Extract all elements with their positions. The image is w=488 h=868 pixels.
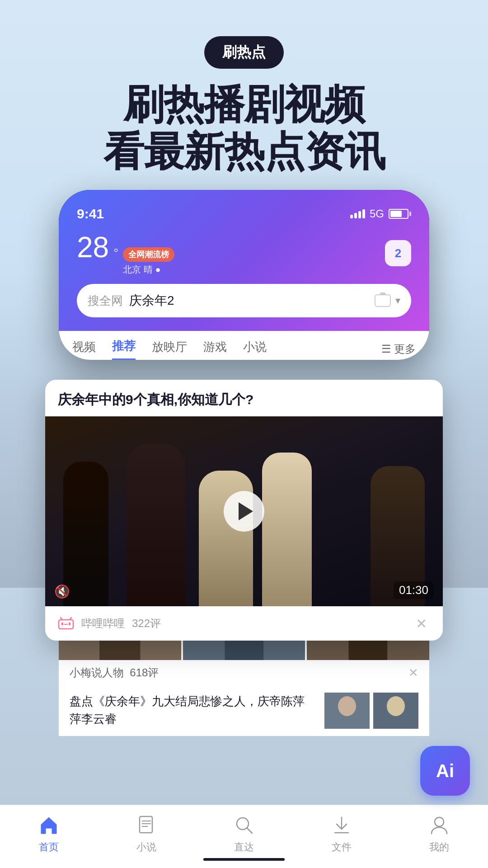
search-query: 庆余年2	[129, 292, 375, 309]
profile-icon	[427, 812, 452, 838]
download-icon	[329, 812, 354, 838]
close-source[interactable]: ✕	[408, 666, 418, 680]
nav-search-label: 直达	[234, 840, 254, 854]
city-weather: 北京 晴 ●	[123, 264, 174, 276]
article-thumb-1	[324, 693, 370, 729]
mute-control[interactable]: 🔇	[54, 584, 70, 599]
hero-line2: 看最新热点资讯	[0, 128, 488, 175]
nav-profile[interactable]: 我的	[390, 812, 488, 854]
tab-cinema[interactable]: 放映厅	[152, 339, 187, 359]
character-2	[127, 443, 185, 606]
network-type: 5G	[370, 208, 384, 220]
article-thumbnails	[324, 693, 418, 729]
nav-novel-label: 小说	[136, 840, 156, 854]
home-icon	[36, 812, 61, 838]
bilibili-logo	[58, 617, 74, 630]
source-name-label: 小梅说人物 618评	[70, 665, 159, 680]
weather-info: 全网潮流榜 北京 晴 ●	[123, 247, 174, 276]
character-1	[63, 462, 108, 606]
svg-point-14	[338, 696, 356, 716]
dropdown-icon[interactable]: ▾	[395, 295, 400, 307]
weather-left: 28 ° 全网潮流榜 北京 晴 ●	[77, 231, 174, 276]
status-time: 9:41	[77, 206, 104, 222]
temp-unit: °	[113, 246, 118, 260]
video-title: 庆余年中的9个真相,你知道几个?	[45, 380, 443, 416]
nav-profile-label: 我的	[429, 840, 449, 854]
tab-video[interactable]: 视频	[72, 339, 96, 359]
nav-download-label: 文件	[332, 840, 352, 854]
camera-icon[interactable]	[375, 294, 391, 307]
nav-download[interactable]: 文件	[293, 812, 390, 854]
status-right: 5G	[350, 208, 411, 220]
hero-line1: 刷热播剧视频	[0, 81, 488, 128]
home-indicator	[203, 858, 285, 861]
svg-rect-1	[61, 623, 63, 625]
notification-badge[interactable]: 2	[385, 240, 411, 266]
svg-rect-17	[140, 816, 152, 833]
tab-novel[interactable]: 小说	[243, 339, 267, 359]
search-icon	[231, 812, 257, 838]
play-button[interactable]	[224, 491, 264, 532]
hero-section: 刷热播剧视频 看最新热点资讯	[0, 81, 488, 175]
book-icon	[134, 812, 159, 838]
more-menu[interactable]: ☰ 更多	[381, 342, 416, 356]
nav-search[interactable]: 直达	[195, 812, 293, 854]
nav-tabs: 视频 推荐 放映厅 游戏 小说 ☰ 更多	[59, 331, 429, 360]
weather-row: 28 ° 全网潮流榜 北京 晴 ● 2	[77, 231, 411, 276]
video-card: 庆余年中的9个真相,你知道几个? 🔇 01:30	[45, 380, 443, 641]
nav-home[interactable]: 首页	[0, 812, 98, 854]
tab-game[interactable]: 游戏	[203, 339, 227, 359]
svg-line-22	[247, 828, 252, 833]
video-source: 哔哩哔哩 322评	[58, 616, 161, 631]
hot-rank-badge: 全网潮流榜	[123, 247, 174, 262]
article-row[interactable]: 盘点《庆余年》九大结局悲惨之人，庆帝陈萍萍李云睿	[59, 685, 429, 736]
source-name: 哔哩哔哩	[81, 616, 125, 631]
tab-recommend[interactable]: 推荐	[112, 338, 136, 360]
ai-badge[interactable]: Ai	[420, 746, 470, 796]
svg-point-16	[387, 696, 405, 716]
status-bar: 9:41 5G	[77, 206, 411, 222]
signal-icon	[350, 209, 365, 218]
video-thumbnail[interactable]: 🔇 01:30	[45, 416, 443, 606]
hot-badge: 刷热点	[204, 36, 284, 69]
battery-icon	[389, 209, 411, 219]
source-bar: 小梅说人物 618评 ✕	[59, 660, 429, 685]
comment-count: 322评	[132, 616, 161, 631]
mute-icon: 🔇	[54, 584, 70, 599]
phone-header: 9:41 5G 28 ° 全网潮流榜	[59, 190, 429, 331]
video-footer: 哔哩哔哩 322评 ✕	[45, 606, 443, 641]
video-duration: 01:30	[394, 581, 434, 599]
svg-point-24	[435, 817, 444, 826]
phone-mockup: 9:41 5G 28 ° 全网潮流榜	[59, 190, 429, 360]
article-thumb-2	[373, 693, 418, 729]
temperature: 28	[77, 231, 109, 264]
nav-home-label: 首页	[39, 840, 59, 854]
search-bar[interactable]: 搜全网 庆余年2 ▾	[77, 284, 411, 317]
svg-rect-2	[69, 623, 70, 625]
nav-novel[interactable]: 小说	[98, 812, 195, 854]
close-button[interactable]: ✕	[412, 614, 430, 632]
article-text: 盘点《庆余年》九大结局悲惨之人，庆帝陈萍萍李云睿	[70, 693, 315, 728]
character-4	[262, 453, 312, 606]
search-prefix: 搜全网	[88, 293, 123, 309]
